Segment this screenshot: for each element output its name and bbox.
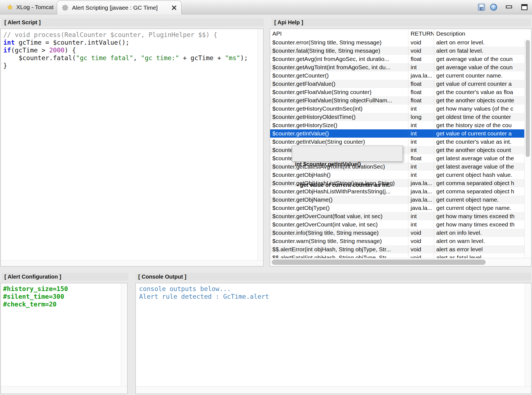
api-cell-desc: get average value of the coun xyxy=(434,55,525,63)
api-cell-ret: int xyxy=(408,162,434,171)
api-cell-ret: int xyxy=(408,105,434,113)
api-cell-api: $counter.getIntValue() xyxy=(270,129,408,138)
config-horizontal-scrollbar[interactable] xyxy=(1,386,127,394)
code-line: int gcTime = $counter.intValue(); xyxy=(3,39,258,46)
api-vertical-scrollbar-thumb[interactable] xyxy=(526,40,530,157)
tab-xlog-tomcat[interactable]: XLog - Tomcat xyxy=(3,0,57,14)
configuration-text[interactable]: #history_size=150#silent_time=300#check_… xyxy=(1,283,121,386)
api-table-row[interactable]: $$.alertError(int objHash, String objTyp… xyxy=(270,245,525,253)
api-cell-api: $counter.getFloatValue() xyxy=(270,80,408,88)
api-table-row[interactable]: $counter.getOverCount(float value, int s… xyxy=(270,212,525,220)
api-table-row[interactable]: $counter.getHistorySize()intget the hist… xyxy=(270,121,525,129)
editor-vertical-scrollbar[interactable] xyxy=(257,29,263,261)
console-line: Alert rule detected : GcTime.alert xyxy=(139,293,525,300)
api-cell-api: $counter.error(String title, String mess… xyxy=(270,38,408,47)
api-cell-desc: get comma separated object h xyxy=(434,187,525,196)
window-actions: ? xyxy=(477,0,529,14)
alert-configuration-panel-title: [ Alert Configuration ] xyxy=(2,273,128,281)
api-table-row[interactable]: $counter.getAvgToInt(int fromAgoSec, int… xyxy=(270,63,525,71)
save-button[interactable] xyxy=(477,2,486,12)
console-horizontal-scrollbar[interactable] xyxy=(136,386,531,394)
tab-label: XLog - Tomcat xyxy=(16,4,54,10)
close-icon[interactable] xyxy=(171,5,177,10)
api-cell-ret: int xyxy=(408,121,434,129)
api-cell-desc: get the counter's value as floa xyxy=(434,88,525,96)
api-table-row[interactable]: $counter.info(String title, String messa… xyxy=(270,229,525,237)
tab-alert-scripting[interactable]: Alert Scripting [javaee : GC Time] xyxy=(57,1,182,14)
api-table-row[interactable]: $counter.getIntValue()intget value of cu… xyxy=(270,129,525,138)
api-cell-desc: get how many times exceed th xyxy=(434,212,525,220)
api-cell-ret: int xyxy=(408,138,434,146)
api-cell-ret: float xyxy=(408,55,434,63)
api-cell-desc: get latest average value of the xyxy=(434,154,525,162)
api-cell-desc: get current counter name. xyxy=(434,71,525,80)
api-table-row[interactable]: $counter.getIntValue(String counter)intg… xyxy=(270,138,525,146)
api-cell-ret: float xyxy=(408,154,434,162)
api-cell-api: $counter.getOverCount(int value, int sec… xyxy=(270,220,408,229)
api-cell-desc: get the another objects counte xyxy=(434,96,525,105)
api-table-row[interactable]: $counter.getAvg(int fromAgoSec, int dura… xyxy=(270,55,525,63)
api-cell-desc: get current object hash value. xyxy=(434,171,525,179)
alert-script-panel-title: [ Alert Script ] xyxy=(2,18,264,26)
api-horizontal-scrollbar-thumb[interactable] xyxy=(272,260,486,265)
console-vertical-scrollbar[interactable] xyxy=(525,283,531,386)
tooltip-signature: int $counter.getIntValue() xyxy=(295,161,400,168)
api-cell-desc: get current object type name. xyxy=(434,204,525,212)
alert-configuration-editor[interactable]: #history_size=150#silent_time=300#check_… xyxy=(1,283,127,394)
editor-tab-bar: XLog - Tomcat Alert Scripting [javaee : … xyxy=(0,0,532,14)
tooltip-description: - get value of current counter as int. xyxy=(295,182,400,188)
config-vertical-scrollbar[interactable] xyxy=(121,283,127,386)
api-table-row[interactable]: $counter.getFloatValue()floatget value o… xyxy=(270,80,525,88)
api-cell-desc: get how many values (of the c xyxy=(434,105,525,113)
code-line: } xyxy=(3,62,258,70)
api-cell-ret: int xyxy=(408,129,434,138)
api-cell-api: $counter.fatal(String title, String mess… xyxy=(270,47,408,55)
api-cell-ret: int xyxy=(408,63,434,71)
api-horizontal-scrollbar[interactable] xyxy=(270,258,531,266)
api-cell-api: $counter.getAvgToInt(int fromAgoSec, int… xyxy=(270,63,408,71)
help-button[interactable]: ? xyxy=(489,2,498,12)
column-header-description[interactable]: Description xyxy=(434,29,531,38)
code-area[interactable]: // void process(RealCounter $counter, Pl… xyxy=(1,29,258,261)
api-cell-desc: get value of current counter a xyxy=(434,129,525,138)
api-table-header: API RETURN Description xyxy=(270,29,531,39)
editor-horizontal-scrollbar[interactable] xyxy=(1,260,263,266)
api-cell-ret: void xyxy=(408,245,434,253)
minimize-button[interactable] xyxy=(504,2,514,12)
api-table-row[interactable]: $counter.getHistoryOldestTime()longget o… xyxy=(270,113,525,121)
console-output-area[interactable]: console outputs below...Alert rule detec… xyxy=(135,283,531,394)
api-method-tooltip: int $counter.getIntValue() - get value o… xyxy=(292,146,403,162)
maximize-button[interactable] xyxy=(520,2,529,12)
api-table-row[interactable]: $counter.error(String title, String mess… xyxy=(270,38,525,47)
svg-text:?: ? xyxy=(493,5,495,9)
api-table-row[interactable]: $counter.getObjType()java.la...get curre… xyxy=(270,204,525,212)
api-table-row[interactable]: $counter.getFloatValue(String objectFull… xyxy=(270,96,525,105)
api-table-row[interactable]: $counter.warn(String title, String messa… xyxy=(270,237,525,245)
api-cell-ret: java.la... xyxy=(408,196,434,204)
api-cell-ret: java.la... xyxy=(408,187,434,196)
column-header-api[interactable]: API xyxy=(270,29,408,38)
api-cell-api: $counter.getFloatValue(String objectFull… xyxy=(270,96,408,105)
api-cell-ret: float xyxy=(408,96,434,105)
configuration-line: #check_term=20 xyxy=(3,300,121,308)
api-table-row[interactable]: $counter.getHistoryCountInSec(int)intget… xyxy=(270,105,525,113)
console-text[interactable]: console outputs below...Alert rule detec… xyxy=(136,283,525,386)
api-table-row[interactable]: $counter.getOverCount(int value, int sec… xyxy=(270,220,525,229)
api-cell-ret: void xyxy=(408,229,434,237)
alert-script-editor[interactable]: // void process(RealCounter $counter, Pl… xyxy=(1,29,264,266)
api-cell-api: $counter.getHistoryOldestTime() xyxy=(270,113,408,121)
column-header-return[interactable]: RETURN xyxy=(408,29,434,38)
api-cell-desc: get comma separated object h xyxy=(434,179,525,187)
api-cell-api: $counter.getHistorySize() xyxy=(270,121,408,129)
api-cell-desc: get how many times exceed th xyxy=(434,220,525,229)
api-table-row[interactable]: $counter.getFloatValue(String counter)fl… xyxy=(270,88,525,96)
api-cell-desc: alert on warn level. xyxy=(434,237,525,245)
api-table-row[interactable]: $counter.fatal(String title, String mess… xyxy=(270,47,525,55)
api-vertical-scrollbar[interactable] xyxy=(524,38,531,258)
api-cell-ret: long xyxy=(408,113,434,121)
api-cell-desc: alert on error level. xyxy=(434,38,525,47)
api-cell-api: $counter.getOverCount(float value, int s… xyxy=(270,212,408,220)
api-table-row[interactable]: $counter.getCounter()java.la...get curre… xyxy=(270,71,525,80)
tab-label: Alert Scripting [javaee : GC Time] xyxy=(72,4,168,11)
api-cell-desc: get current object name. xyxy=(434,196,525,204)
